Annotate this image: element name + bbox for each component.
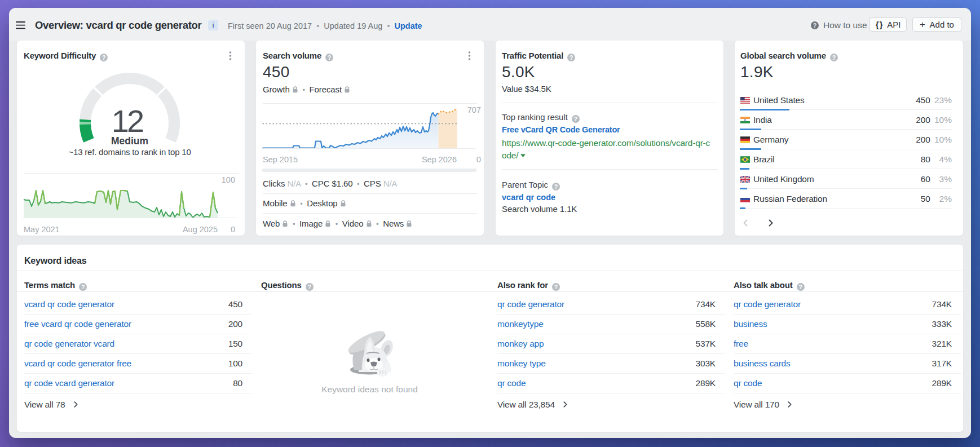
svg-text:12: 12 [112, 103, 143, 139]
svg-text:Medium: Medium [111, 135, 148, 147]
svg-text:~13 ref. domains to rank in to: ~13 ref. domains to rank in top 10 [68, 147, 191, 157]
